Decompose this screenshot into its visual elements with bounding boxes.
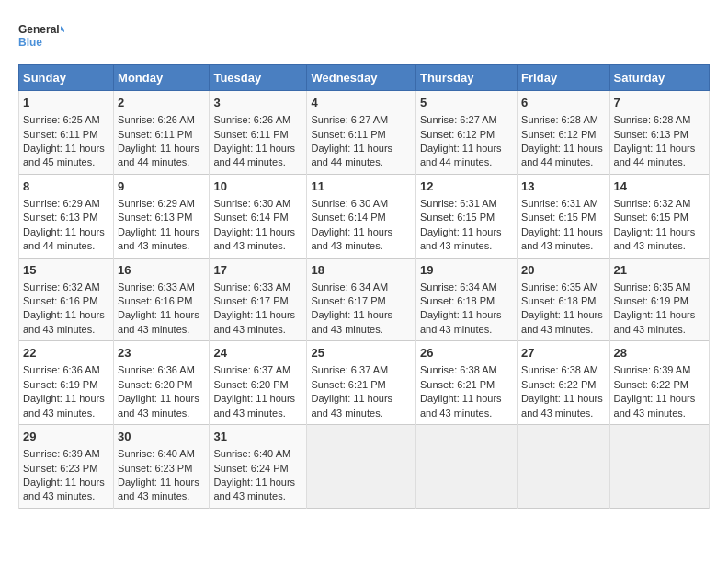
day-info: Sunset: 6:22 PM [521,378,605,392]
header-day-sunday: Sunday [19,65,114,91]
calendar-cell [609,425,709,509]
calendar-cell: 29Sunrise: 6:39 AMSunset: 6:23 PMDayligh… [19,425,114,509]
svg-marker-2 [61,26,64,33]
day-info: Sunrise: 6:38 AM [521,363,605,377]
calendar-cell: 25Sunrise: 6:37 AMSunset: 6:21 PMDayligh… [307,341,416,425]
day-info: Sunset: 6:23 PM [118,462,205,476]
calendar-header: SundayMondayTuesdayWednesdayThursdayFrid… [19,65,710,91]
day-info: Sunset: 6:12 PM [521,128,605,142]
calendar-cell: 8Sunrise: 6:29 AMSunset: 6:13 PMDaylight… [19,174,114,258]
day-number: 18 [311,262,412,279]
day-info: Sunrise: 6:39 AM [23,447,109,461]
day-info: Sunset: 6:13 PM [118,211,205,224]
day-number: 26 [420,345,513,362]
day-number: 28 [614,345,705,362]
day-info: Sunrise: 6:35 AM [521,281,605,294]
day-number: 3 [213,95,302,111]
day-number: 25 [311,345,412,362]
day-info: Sunrise: 6:36 AM [118,363,205,377]
day-info: Sunset: 6:19 PM [614,294,705,308]
week-row-5: 29Sunrise: 6:39 AMSunset: 6:23 PMDayligh… [19,425,710,509]
day-info: Daylight: 11 hours and 43 minutes. [311,225,412,254]
day-info: Sunrise: 6:38 AM [420,363,513,377]
day-info: Sunrise: 6:34 AM [311,281,412,294]
day-number: 9 [118,178,205,195]
day-info: Daylight: 11 hours and 43 minutes. [23,476,109,504]
day-info: Sunrise: 6:26 AM [118,113,205,127]
header-day-thursday: Thursday [415,65,517,91]
calendar-cell: 14Sunrise: 6:32 AMSunset: 6:15 PMDayligh… [609,174,709,258]
calendar-cell: 11Sunrise: 6:30 AMSunset: 6:14 PMDayligh… [307,174,416,258]
day-info: Sunrise: 6:35 AM [614,281,705,294]
day-info: Sunset: 6:15 PM [614,211,705,224]
day-info: Sunset: 6:15 PM [521,211,605,224]
day-info: Sunset: 6:20 PM [213,378,302,392]
day-number: 24 [213,345,302,362]
week-row-4: 22Sunrise: 6:36 AMSunset: 6:19 PMDayligh… [19,341,710,425]
day-info: Sunset: 6:18 PM [521,294,605,308]
day-info: Sunset: 6:21 PM [311,378,412,392]
day-info: Sunset: 6:20 PM [118,378,205,392]
day-number: 5 [420,95,513,111]
svg-text:Blue: Blue [18,36,42,49]
day-info: Sunrise: 6:37 AM [311,363,412,377]
logo-svg: General Blue [18,18,64,55]
calendar-cell: 26Sunrise: 6:38 AMSunset: 6:21 PMDayligh… [415,341,517,425]
day-info: Sunrise: 6:31 AM [420,197,513,211]
day-info: Sunset: 6:15 PM [420,211,513,224]
header-day-wednesday: Wednesday [307,65,416,91]
day-info: Daylight: 11 hours and 43 minutes. [118,225,205,254]
day-info: Daylight: 11 hours and 43 minutes. [420,225,513,254]
calendar-cell: 15Sunrise: 6:32 AMSunset: 6:16 PMDayligh… [19,258,114,341]
day-info: Sunrise: 6:37 AM [213,363,302,377]
day-info: Sunset: 6:11 PM [213,128,302,142]
day-number: 23 [118,345,205,362]
day-info: Daylight: 11 hours and 43 minutes. [614,392,705,420]
day-number: 29 [23,429,109,445]
day-info: Sunset: 6:12 PM [420,128,513,142]
day-info: Daylight: 11 hours and 43 minutes. [213,225,302,254]
day-info: Daylight: 11 hours and 44 minutes. [311,142,412,170]
calendar-body: 1Sunrise: 6:25 AMSunset: 6:11 PMDaylight… [19,91,710,509]
day-info: Daylight: 11 hours and 43 minutes. [614,308,705,337]
day-number: 20 [521,262,605,279]
day-info: Sunrise: 6:29 AM [23,197,109,211]
day-info: Sunrise: 6:29 AM [118,197,205,211]
calendar-cell [307,425,416,509]
day-info: Sunset: 6:24 PM [213,462,302,476]
day-info: Sunrise: 6:28 AM [521,113,605,127]
day-number: 2 [118,95,205,111]
day-info: Daylight: 11 hours and 43 minutes. [420,308,513,337]
day-info: Daylight: 11 hours and 44 minutes. [118,142,205,170]
day-info: Sunset: 6:23 PM [23,462,109,476]
day-info: Daylight: 11 hours and 43 minutes. [614,225,705,254]
day-info: Sunset: 6:11 PM [311,128,412,142]
day-info: Daylight: 11 hours and 44 minutes. [420,142,513,170]
calendar-cell: 27Sunrise: 6:38 AMSunset: 6:22 PMDayligh… [518,341,609,425]
day-number: 10 [213,178,302,195]
calendar-cell: 10Sunrise: 6:30 AMSunset: 6:14 PMDayligh… [210,174,307,258]
calendar-cell: 21Sunrise: 6:35 AMSunset: 6:19 PMDayligh… [609,258,709,341]
calendar-table: SundayMondayTuesdayWednesdayThursdayFrid… [18,64,710,509]
page-header: General Blue [18,18,710,55]
day-info: Daylight: 11 hours and 44 minutes. [23,225,109,254]
day-info: Daylight: 11 hours and 44 minutes. [521,142,605,170]
day-number: 31 [213,429,302,445]
day-info: Daylight: 11 hours and 43 minutes. [213,476,302,504]
day-info: Sunset: 6:14 PM [213,211,302,224]
header-day-monday: Monday [114,65,210,91]
day-info: Sunrise: 6:32 AM [23,281,109,294]
calendar-cell: 30Sunrise: 6:40 AMSunset: 6:23 PMDayligh… [114,425,210,509]
day-info: Sunset: 6:21 PM [420,378,513,392]
header-day-friday: Friday [518,65,609,91]
day-number: 6 [521,95,605,111]
calendar-cell: 9Sunrise: 6:29 AMSunset: 6:13 PMDaylight… [114,174,210,258]
day-number: 13 [521,178,605,195]
calendar-cell: 23Sunrise: 6:36 AMSunset: 6:20 PMDayligh… [114,341,210,425]
calendar-cell: 2Sunrise: 6:26 AMSunset: 6:11 PMDaylight… [114,91,210,175]
calendar-cell: 28Sunrise: 6:39 AMSunset: 6:22 PMDayligh… [609,341,709,425]
logo: General Blue [18,18,64,55]
calendar-cell: 13Sunrise: 6:31 AMSunset: 6:15 PMDayligh… [518,174,609,258]
day-info: Sunrise: 6:25 AM [23,113,109,127]
day-info: Sunset: 6:17 PM [213,294,302,308]
